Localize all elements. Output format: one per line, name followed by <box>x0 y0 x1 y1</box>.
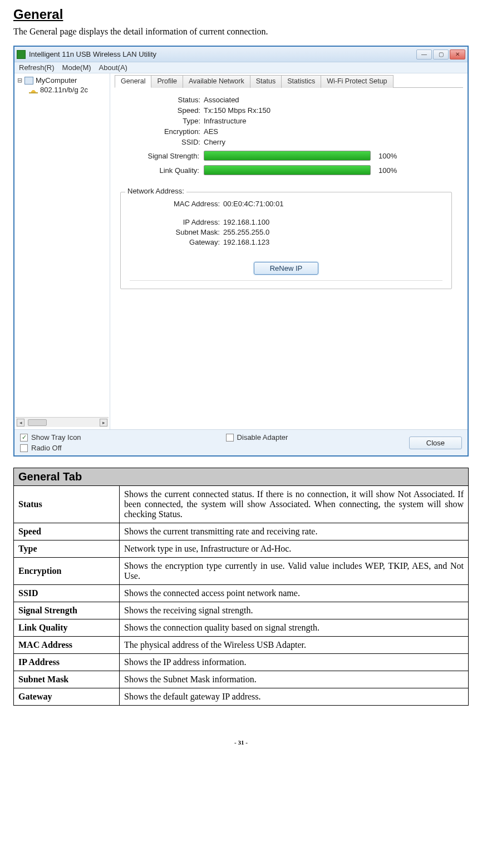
table-definition: Shows the IP address information. <box>120 654 469 671</box>
show-tray-icon-checkbox[interactable]: ✓ <box>20 434 28 442</box>
table-term: Encryption <box>14 558 120 585</box>
tree-horizontal-scrollbar[interactable]: ◂ ▸ <box>16 417 109 427</box>
tab-body-general: Status: Associated Speed: Tx:150 Mbps Rx… <box>115 88 463 425</box>
table-row: TypeNetwork type in use, Infrastructure … <box>14 540 469 558</box>
radio-off-label: Radio Off <box>31 444 62 452</box>
tab-general[interactable]: General <box>115 75 151 88</box>
table-term: Link Quality <box>14 619 120 637</box>
tab-status[interactable]: Status <box>250 75 282 88</box>
scroll-right-arrow-icon[interactable]: ▸ <box>100 419 107 426</box>
tree-toggle-icon[interactable]: ⊟ <box>17 77 22 84</box>
gateway-label: Gateway: <box>130 238 223 246</box>
titlebar: Intelligent 11n USB Wireless LAN Utility… <box>14 47 468 62</box>
table-row: IP AddressShows the IP address informati… <box>14 654 469 671</box>
table-definition: Shows the connection quality based on si… <box>120 619 469 637</box>
table-term: Speed <box>14 523 120 540</box>
computer-icon <box>24 77 33 85</box>
minimize-button[interactable]: — <box>416 49 432 59</box>
disable-adapter-checkbox[interactable] <box>226 434 234 442</box>
table-term: Gateway <box>14 688 120 706</box>
ssid-label: SSID: <box>120 138 204 146</box>
table-definition: Shows the Subnet Mask information. <box>120 671 469 688</box>
tab-wps[interactable]: Wi-Fi Protect Setup <box>321 75 393 88</box>
type-value: Infrastructure <box>204 117 452 125</box>
disable-adapter-label: Disable Adapter <box>237 433 288 442</box>
subnet-mask-value: 255.255.255.0 <box>223 228 269 236</box>
table-definition: Shows the encryption type currently in u… <box>120 558 469 585</box>
signal-strength-bar <box>204 151 371 161</box>
table-term: Type <box>14 540 120 558</box>
table-row: GatewayShows the default gateway IP addr… <box>14 688 469 706</box>
table-row: Link QualityShows the connection quality… <box>14 619 469 637</box>
ip-address-value: 192.168.1.100 <box>223 218 269 226</box>
encryption-value: AES <box>204 127 452 136</box>
tab-profile[interactable]: Profile <box>151 75 183 88</box>
app-window: Intelligent 11n USB Wireless LAN Utility… <box>13 46 469 457</box>
table-definition: Shows the current connected status. If t… <box>120 486 469 523</box>
maximize-button[interactable]: ▢ <box>433 49 449 59</box>
mac-address-value: 00:E0:4C:71:00:01 <box>223 200 283 208</box>
show-tray-icon-label: Show Tray Icon <box>31 433 81 442</box>
signal-strength-percent: 100% <box>378 152 397 160</box>
table-header: General Tab <box>14 468 469 486</box>
ssid-value: Cherry <box>204 138 452 146</box>
table-row: Subnet MaskShows the Subnet Mask informa… <box>14 671 469 688</box>
table-row: StatusShows the current connected status… <box>14 486 469 523</box>
table-definition: Shows the current transmitting rate and … <box>120 523 469 540</box>
table-term: Signal Strength <box>14 602 120 619</box>
window-title: Intelligent 11n USB Wireless LAN Utility <box>29 50 416 58</box>
menubar: Refresh(R) Mode(M) About(A) <box>14 62 468 73</box>
menu-about[interactable]: About(A) <box>99 63 127 72</box>
link-quality-bar <box>204 165 371 175</box>
tree-child-label: 802.11n/b/g 2c <box>40 86 88 94</box>
tab-bar: General Profile Available Network Status… <box>115 75 463 88</box>
section-intro: The General page displays the detail inf… <box>13 27 469 37</box>
scroll-left-arrow-icon[interactable]: ◂ <box>17 419 24 426</box>
close-window-button[interactable]: ✕ <box>450 49 465 59</box>
mac-address-label: MAC Address: <box>130 200 223 208</box>
general-tab-description-table: General Tab StatusShows the current conn… <box>13 468 469 706</box>
encryption-label: Encryption: <box>120 127 204 136</box>
table-definition: Network type in use, Infrastructure or A… <box>120 540 469 558</box>
link-quality-label: Link Quality: <box>120 166 204 175</box>
section-heading: General <box>13 7 469 22</box>
table-row: SSIDShows the connected access point net… <box>14 585 469 602</box>
menu-mode[interactable]: Mode(M) <box>62 63 91 72</box>
bottom-bar: ✓ Show Tray Icon Radio Off Disable Adapt… <box>14 429 468 455</box>
radio-off-checkbox[interactable] <box>20 444 28 452</box>
gateway-value: 192.168.1.123 <box>223 238 269 246</box>
renew-ip-button[interactable]: ReNew IP <box>254 262 319 275</box>
speed-value: Tx:150 Mbps Rx:150 <box>204 106 452 115</box>
tree-child[interactable]: 802.11n/b/g 2c <box>28 85 109 95</box>
status-label: Status: <box>120 96 204 104</box>
close-button[interactable]: Close <box>409 437 462 449</box>
table-definition: Shows the default gateway IP address. <box>120 688 469 706</box>
table-row: EncryptionShows the encryption type curr… <box>14 558 469 585</box>
table-row: SpeedShows the current transmitting rate… <box>14 523 469 540</box>
scroll-thumb[interactable] <box>28 419 47 426</box>
network-address-legend: Network Address: <box>125 187 186 195</box>
tree-root[interactable]: ⊟ MyComputer <box>16 76 109 85</box>
table-row: Signal StrengthShows the receiving signa… <box>14 602 469 619</box>
table-term: IP Address <box>14 654 120 671</box>
main-pane: General Profile Available Network Status… <box>110 73 468 429</box>
menu-refresh[interactable]: Refresh(R) <box>19 63 55 72</box>
table-definition: Shows the receiving signal strength. <box>120 602 469 619</box>
table-term: SSID <box>14 585 120 602</box>
tab-statistics[interactable]: Statistics <box>281 75 321 88</box>
tab-available-network[interactable]: Available Network <box>183 75 250 88</box>
network-address-fieldset: Network Address: MAC Address: 00:E0:4C:7… <box>120 192 452 289</box>
table-term: MAC Address <box>14 637 120 654</box>
table-term: Subnet Mask <box>14 671 120 688</box>
table-definition: Shows the connected access point network… <box>120 585 469 602</box>
tree-pane: ⊟ MyComputer 802.11n/b/g 2c ◂ ▸ <box>14 73 110 429</box>
speed-label: Speed: <box>120 106 204 115</box>
status-value: Associated <box>204 96 452 104</box>
signal-strength-label: Signal Strength: <box>120 152 204 160</box>
content-area: ⊟ MyComputer 802.11n/b/g 2c ◂ ▸ General … <box>14 73 468 429</box>
link-quality-percent: 100% <box>378 166 397 175</box>
table-term: Status <box>14 486 120 523</box>
type-label: Type: <box>120 117 204 125</box>
wifi-adapter-icon <box>29 87 38 93</box>
ip-address-label: IP Address: <box>130 218 223 226</box>
